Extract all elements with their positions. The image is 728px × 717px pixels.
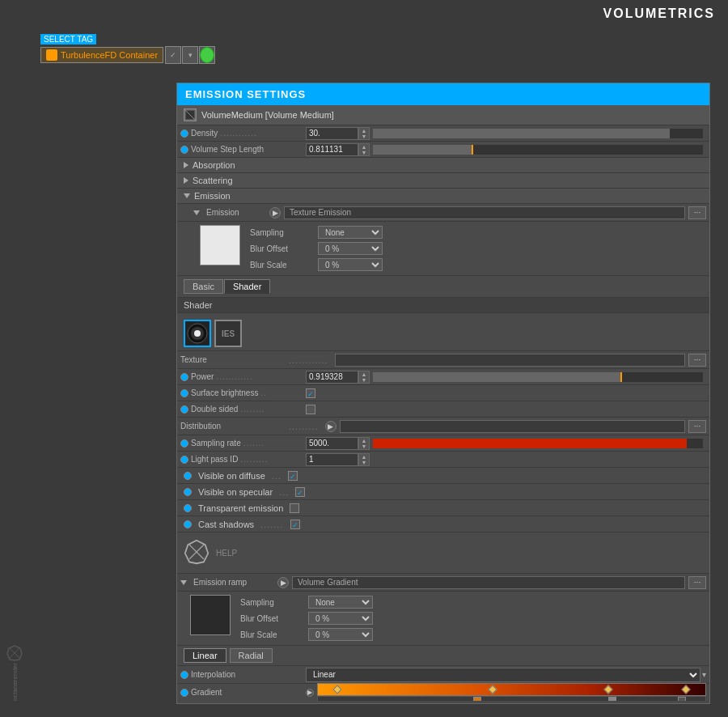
density-slider[interactable] bbox=[373, 129, 703, 138]
radial-button[interactable]: Radial bbox=[230, 648, 273, 663]
shader-area: IES bbox=[177, 313, 709, 351]
emission-arrow-btn[interactable]: ▶ bbox=[269, 207, 281, 218]
distribution-arrow[interactable]: ▶ bbox=[325, 421, 336, 432]
distribution-dots[interactable]: ··· bbox=[688, 420, 706, 433]
light-pass-input[interactable] bbox=[306, 453, 358, 466]
preview-area: Sampling None Blur Offset 0 % Blur Scale… bbox=[177, 222, 709, 276]
absorption-section[interactable]: Absorption bbox=[177, 158, 709, 173]
cast-shadows-radio[interactable] bbox=[184, 520, 192, 528]
gradient-diamond-2[interactable] bbox=[488, 685, 497, 694]
density-up[interactable]: ▲ bbox=[359, 128, 369, 134]
cast-shadows-checkbox[interactable] bbox=[290, 520, 300, 529]
panel-header: EMISSION SETTINGS bbox=[177, 83, 709, 105]
distribution-bar bbox=[340, 420, 685, 433]
step-up[interactable]: ▲ bbox=[359, 144, 369, 150]
sampling-rate-spinner[interactable]: ▲ ▼ bbox=[358, 437, 370, 450]
tab-basic[interactable]: Basic bbox=[184, 279, 223, 294]
sr-up[interactable]: ▲ bbox=[359, 438, 369, 443]
blur-offset-row: Blur Offset 0 % bbox=[247, 241, 703, 256]
gradient-diamond-1[interactable] bbox=[332, 685, 341, 694]
transparent-checkbox[interactable] bbox=[290, 503, 299, 513]
light-pass-row: Light pass ID ......... ▲ ▼ bbox=[177, 452, 709, 468]
gradient-arrow[interactable]: ▶ bbox=[306, 689, 314, 697]
visible-specular-radio[interactable] bbox=[184, 488, 192, 496]
linear-button[interactable]: Linear bbox=[184, 648, 226, 663]
light-pass-spinner[interactable]: ▲ ▼ bbox=[358, 453, 370, 466]
emission-section[interactable]: Emission bbox=[177, 189, 709, 204]
blur-scale-select[interactable]: 0 % bbox=[318, 258, 383, 271]
container-button[interactable]: TurbulenceFD Container bbox=[40, 47, 163, 63]
sampling-rate-slider[interactable] bbox=[373, 439, 703, 448]
power-slider[interactable] bbox=[373, 372, 703, 382]
sampling-rate-radio[interactable] bbox=[180, 439, 188, 448]
volume-step-radio[interactable] bbox=[180, 146, 188, 154]
shader-label-row: Shader bbox=[177, 298, 709, 313]
scattering-label: Scattering bbox=[193, 176, 233, 185]
texture-dots-btn[interactable]: ··· bbox=[688, 206, 706, 219]
double-sided-radio[interactable] bbox=[180, 405, 188, 414]
gradient-diamond-3[interactable] bbox=[604, 685, 613, 694]
visible-diffuse-checkbox[interactable] bbox=[288, 471, 298, 481]
ramp-blur-scale-select[interactable]: 0 % bbox=[308, 628, 373, 641]
tab-shader[interactable]: Shader bbox=[224, 279, 270, 294]
interpolation-label: Interpolation bbox=[180, 670, 306, 679]
emission-sub-row: Emission ▶ Texture Emission ··· bbox=[177, 204, 709, 222]
sampling-rate-input[interactable] bbox=[306, 437, 358, 450]
gradient-handle-2[interactable] bbox=[608, 697, 616, 702]
shader-texture-dots[interactable]: ··· bbox=[688, 354, 706, 367]
emission-ramp-dots[interactable]: ··· bbox=[688, 576, 706, 589]
gradient-handle-3[interactable] bbox=[678, 697, 686, 702]
volume-medium-row: VolumeMedium [Volume Medium] bbox=[177, 105, 709, 125]
blur-scale-row: Blur Scale 0 % bbox=[247, 257, 703, 272]
lp-up[interactable]: ▲ bbox=[359, 454, 369, 460]
gradient-handles bbox=[317, 696, 706, 702]
gradient-handle-1[interactable] bbox=[473, 697, 481, 702]
tag-ctrl-btn-1[interactable]: ✓ bbox=[165, 46, 181, 64]
gradient-diamond-4[interactable] bbox=[681, 685, 690, 694]
emission-ramp-bar: Volume Gradient bbox=[292, 576, 685, 589]
density-input[interactable] bbox=[306, 127, 358, 140]
double-sided-row: Double sided ........ bbox=[177, 401, 709, 418]
surface-brightness-checkbox[interactable] bbox=[306, 388, 315, 398]
gradient-label: Gradient bbox=[180, 688, 306, 697]
tag-ctrl-btn-2[interactable]: ▾ bbox=[182, 46, 198, 64]
power-up[interactable]: ▲ bbox=[359, 371, 369, 377]
sr-down[interactable]: ▼ bbox=[359, 443, 369, 449]
density-spinner[interactable]: ▲ ▼ bbox=[358, 127, 370, 140]
power-spinner[interactable]: ▲ ▼ bbox=[358, 371, 370, 384]
step-down[interactable]: ▼ bbox=[359, 150, 369, 155]
sampling-row: Sampling None bbox=[247, 225, 703, 240]
ramp-sampling-select[interactable]: None bbox=[308, 596, 373, 609]
double-sided-checkbox[interactable] bbox=[306, 405, 315, 414]
ramp-blur-offset-select[interactable]: 0 % bbox=[308, 612, 373, 625]
power-radio[interactable] bbox=[180, 373, 188, 381]
transparent-radio[interactable] bbox=[184, 504, 192, 512]
light-pass-radio[interactable] bbox=[180, 456, 188, 464]
power-down[interactable]: ▼ bbox=[359, 377, 369, 383]
checkmark-icon: ✓ bbox=[170, 51, 176, 59]
shader-thumb-1[interactable] bbox=[184, 320, 211, 347]
texture-bar: Texture Emission bbox=[284, 206, 685, 219]
gradient-bar-container[interactable] bbox=[317, 683, 706, 702]
tag-ctrl-btn-green[interactable] bbox=[199, 46, 215, 64]
interpolation-select[interactable]: Linear bbox=[306, 668, 700, 682]
density-down[interactable]: ▼ bbox=[359, 134, 369, 139]
help-label: HELP bbox=[216, 549, 237, 558]
gradient-radio[interactable] bbox=[180, 689, 188, 697]
volume-step-spinner[interactable]: ▲ ▼ bbox=[358, 143, 370, 156]
visible-specular-checkbox[interactable] bbox=[295, 487, 305, 497]
sampling-select[interactable]: None bbox=[318, 226, 383, 239]
sampling-label: Sampling bbox=[250, 228, 315, 237]
interpolation-radio[interactable] bbox=[180, 671, 188, 679]
scattering-section[interactable]: Scattering bbox=[177, 173, 709, 189]
emission-ramp-arrow[interactable]: ▶ bbox=[277, 577, 289, 588]
lp-down[interactable]: ▼ bbox=[359, 460, 369, 465]
power-input[interactable] bbox=[306, 371, 358, 384]
visible-diffuse-radio[interactable] bbox=[184, 472, 192, 480]
density-radio[interactable] bbox=[180, 129, 188, 138]
blur-offset-select[interactable]: 0 % bbox=[318, 242, 383, 255]
volume-step-slider[interactable] bbox=[373, 145, 703, 155]
surface-brightness-radio[interactable] bbox=[180, 389, 188, 397]
volume-step-input[interactable] bbox=[306, 143, 358, 156]
shader-thumb-2[interactable]: IES bbox=[214, 320, 242, 347]
